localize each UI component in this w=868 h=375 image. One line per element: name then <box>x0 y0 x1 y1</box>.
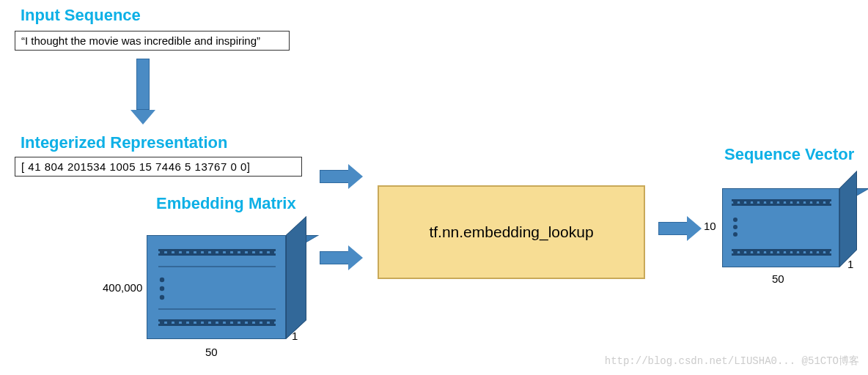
svg-point-31 <box>204 320 208 324</box>
svg-point-15 <box>255 250 260 254</box>
arrow-lookup-to-vec <box>658 216 702 241</box>
svg-point-28 <box>182 320 186 324</box>
matrix-depth-label: 1 <box>292 330 298 342</box>
input-sequence-box: “I thought the movie was incredible and … <box>15 31 290 51</box>
seqvec-face-icon <box>723 189 840 268</box>
svg-point-52 <box>792 200 797 204</box>
svg-point-2 <box>160 250 164 254</box>
svg-point-73 <box>799 250 803 254</box>
svg-point-8 <box>204 250 208 254</box>
svg-point-59 <box>733 225 738 229</box>
svg-point-68 <box>766 250 770 254</box>
lookup-function-label: tf.nn.embedding_lookup <box>429 223 593 241</box>
svg-point-32 <box>211 320 216 324</box>
svg-point-39 <box>262 320 267 324</box>
svg-point-53 <box>799 200 803 204</box>
svg-point-5 <box>182 250 186 254</box>
svg-point-10 <box>218 250 223 254</box>
svg-point-38 <box>255 320 260 324</box>
arrow-input-to-int <box>130 59 155 125</box>
svg-point-12 <box>233 250 238 254</box>
sequence-vector-cube <box>722 171 868 295</box>
heading-input: Input Sequence <box>21 6 141 25</box>
svg-point-48 <box>766 200 770 204</box>
svg-point-37 <box>248 320 252 324</box>
svg-point-69 <box>773 250 777 254</box>
svg-point-13 <box>240 250 245 254</box>
embedding-matrix-cube <box>147 216 293 363</box>
svg-point-19 <box>160 278 164 282</box>
arrow-matrix-to-lookup <box>320 245 363 270</box>
seqvec-rows-label: 10 <box>704 220 716 232</box>
matrix-face-icon <box>147 236 287 340</box>
svg-point-14 <box>248 250 252 254</box>
svg-point-6 <box>189 250 194 254</box>
svg-point-43 <box>733 200 738 204</box>
svg-point-4 <box>174 250 179 254</box>
svg-point-58 <box>733 218 738 222</box>
svg-point-56 <box>819 200 823 204</box>
arrow-int-to-lookup <box>320 164 363 189</box>
svg-point-64 <box>740 250 744 254</box>
lookup-function-box: tf.nn.embedding_lookup <box>378 185 645 279</box>
svg-point-29 <box>189 320 194 324</box>
svg-point-77 <box>825 250 830 254</box>
heading-embedding: Embedding Matrix <box>156 194 296 213</box>
svg-point-71 <box>786 250 790 254</box>
svg-point-36 <box>240 320 245 324</box>
svg-point-7 <box>196 250 201 254</box>
svg-point-25 <box>160 320 164 324</box>
svg-point-49 <box>773 200 777 204</box>
svg-point-45 <box>746 200 751 204</box>
heading-integerized: Integerized Representation <box>21 133 227 152</box>
svg-point-76 <box>819 250 823 254</box>
svg-point-11 <box>226 250 230 254</box>
svg-point-54 <box>806 200 810 204</box>
svg-point-21 <box>160 295 164 300</box>
integerized-box: [ 41 804 201534 1005 15 7446 5 13767 0 0… <box>15 157 302 177</box>
svg-point-65 <box>746 250 751 254</box>
svg-point-47 <box>760 200 764 204</box>
svg-point-40 <box>270 320 274 324</box>
svg-point-35 <box>233 320 238 324</box>
svg-point-70 <box>779 250 784 254</box>
seqvec-cols-label: 50 <box>772 272 784 285</box>
svg-point-17 <box>270 250 274 254</box>
seqvec-depth-label: 1 <box>847 258 853 270</box>
watermark-text: http://blog.csdn.net/LIUSHA0... @51CTO博客 <box>605 354 859 368</box>
svg-point-55 <box>812 200 817 204</box>
svg-point-57 <box>825 200 830 204</box>
svg-point-50 <box>779 200 784 204</box>
heading-sequence-vector: Sequence Vector <box>724 145 854 164</box>
svg-point-20 <box>160 286 164 291</box>
svg-point-74 <box>806 250 810 254</box>
matrix-rows-label: 400,000 <box>103 281 142 294</box>
svg-point-33 <box>218 320 223 324</box>
svg-point-3 <box>167 250 172 254</box>
svg-point-75 <box>812 250 817 254</box>
svg-point-44 <box>740 200 744 204</box>
svg-point-16 <box>262 250 267 254</box>
svg-point-72 <box>792 250 797 254</box>
svg-point-66 <box>753 250 757 254</box>
svg-point-34 <box>226 320 230 324</box>
svg-point-9 <box>211 250 216 254</box>
matrix-cols-label: 50 <box>205 346 218 358</box>
svg-point-30 <box>196 320 201 324</box>
svg-point-46 <box>753 200 757 204</box>
svg-point-51 <box>786 200 790 204</box>
svg-point-26 <box>167 320 172 324</box>
svg-point-67 <box>760 250 764 254</box>
svg-point-60 <box>733 232 738 237</box>
svg-point-63 <box>733 250 738 254</box>
svg-point-27 <box>174 320 179 324</box>
